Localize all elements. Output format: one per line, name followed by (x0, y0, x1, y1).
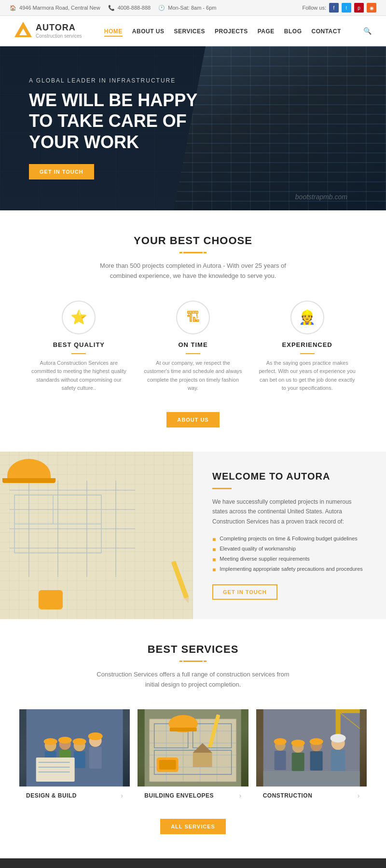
phone-info: 📞 4008-888-888 (108, 5, 151, 11)
check-icon: ■ (212, 536, 216, 543)
about-us-button[interactable]: ABOUT US (166, 412, 219, 427)
phone-icon: 📞 (108, 5, 115, 11)
logo[interactable]: AUTORA Construction services (14, 22, 82, 40)
location-icon: 🏠 (10, 5, 16, 11)
best-choose-title: YOUR BEST CHOOSE (29, 234, 357, 247)
welcome-cta-button[interactable]: GET IN TOUCH (212, 584, 277, 600)
features-grid: ⭐ BEST QUALITY Autora Construction Servi… (29, 301, 357, 393)
services-desc: Construction Services offers a full rang… (96, 670, 290, 690)
svg-point-65 (274, 738, 286, 745)
hard-hat-decoration (7, 459, 51, 483)
welcome-title: WELCOME TO AUTORA (212, 471, 367, 482)
welcome-checklist: ■ Completing projects on time & Followin… (212, 534, 367, 575)
title-divider (183, 252, 203, 253)
svg-rect-22 (74, 751, 85, 768)
checklist-item: ■ Implementing appropriate safety precau… (212, 565, 367, 575)
svg-rect-60 (310, 751, 322, 771)
welcome-image (0, 452, 193, 619)
service-arrow-1: › (121, 792, 123, 799)
svg-rect-66 (274, 751, 286, 770)
experienced-title: EXPERIENCED (257, 341, 357, 348)
quality-title: BEST QUALITY (29, 341, 129, 348)
quality-text: Autora Construction Services are committ… (29, 359, 129, 393)
checklist-item: ■ Elevated quality of workmanship (212, 544, 367, 554)
services-title: BEST SERVICES (19, 643, 367, 656)
ontime-title: ON TIME (143, 341, 243, 348)
svg-rect-45 (170, 728, 197, 731)
navbar: AUTORA Construction services HOME ABOUT … (0, 16, 386, 46)
svg-point-56 (330, 734, 345, 743)
ontime-divider (186, 353, 200, 354)
svg-point-15 (44, 738, 57, 745)
svg-rect-26 (36, 758, 75, 782)
service-img-3 (256, 709, 367, 786)
hero-cta-button[interactable]: GET IN TOUCH (29, 164, 94, 179)
checklist-item: ■ Completing projects on time & Followin… (212, 534, 367, 544)
nav-links: HOME ABOUT US SERVICES PROJECTS PAGE BLO… (104, 27, 341, 35)
hours-info: 🕐 Mon-Sat: 8am - 6pm (158, 5, 216, 11)
feature-experienced: 👷 EXPERIENCED As the saying goes practic… (257, 301, 357, 393)
service-arrow-2: › (239, 792, 241, 799)
service-img-2 (138, 709, 248, 786)
nav-item-contact[interactable]: CONTACT (311, 27, 341, 35)
service-construction[interactable]: CONSTRUCTION › (256, 709, 367, 804)
welcome-content: WELCOME TO AUTORA We have successfully c… (193, 452, 386, 619)
welcome-section: WELCOME TO AUTORA We have successfully c… (0, 452, 386, 619)
feature-ontime: 🏗 ON TIME At our company, we respect the… (143, 301, 243, 393)
service-label-1: DESIGN & BUILD › (19, 786, 130, 804)
welcome-intro: We have successfully completed projects … (212, 497, 367, 526)
top-bar-info: 🏠 4946 Marmora Road, Central New 📞 4008-… (10, 5, 217, 11)
ontime-icon: 🏗 (176, 301, 210, 334)
check-icon: ■ (212, 566, 216, 573)
logo-text: AUTORA Construction services (36, 23, 82, 39)
quality-divider (71, 353, 86, 354)
svg-rect-63 (291, 753, 304, 771)
hero-watermark: bootstrapmb.com (295, 193, 347, 201)
check-icon: ■ (212, 546, 216, 553)
checklist-item: ■ Meeting diverse supplier requirements (212, 554, 367, 565)
facebook-icon[interactable]: f (329, 3, 339, 13)
service-label-2: BUILDING ENVELOPES › (138, 786, 248, 804)
services-grid: DESIGN & BUILD › (19, 709, 367, 804)
service-label-3: CONSTRUCTION › (256, 786, 367, 804)
construction-team-svg (256, 709, 367, 786)
hero-content: A GLOBAL LEADER IN INFRASTRUCTURE WE WIL… (29, 77, 357, 179)
best-choose-desc: More than 500 projects completed in Auto… (96, 261, 290, 281)
social-follow: Follow us: f t p ◉ (302, 3, 376, 13)
svg-point-21 (73, 738, 86, 745)
ontime-text: At our company, we respect the customer'… (143, 359, 243, 393)
social-icons: f t p ◉ (329, 3, 376, 13)
pinterest-icon[interactable]: p (354, 3, 364, 13)
twitter-icon[interactable]: t (342, 3, 351, 13)
address-info: 🏠 4946 Marmora Road, Central New (10, 5, 100, 11)
projects-section: FEATURED PROJECT ▤ (0, 858, 386, 868)
svg-rect-25 (89, 747, 102, 769)
quality-icon: ⭐ (62, 301, 96, 334)
services-divider (183, 661, 203, 662)
nav-item-home[interactable]: HOME (104, 27, 123, 35)
service-img-1 (19, 709, 130, 786)
rss-icon[interactable]: ◉ (367, 3, 376, 13)
nav-item-services[interactable]: SERVICES (174, 27, 205, 35)
svg-rect-53 (335, 709, 359, 713)
nav-item-blog[interactable]: BLOG (284, 27, 302, 35)
all-services-button[interactable]: ALL SERVICES (160, 819, 226, 834)
svg-point-59 (309, 738, 323, 745)
best-choose-section: YOUR BEST CHOOSE More than 500 projects … (0, 210, 386, 452)
svg-rect-67 (263, 771, 359, 786)
welcome-divider (212, 488, 232, 489)
service-design-build[interactable]: DESIGN & BUILD › (19, 709, 130, 804)
nav-item-about[interactable]: ABOUT US (132, 27, 165, 35)
search-icon[interactable]: 🔍 (363, 27, 372, 35)
logo-icon (14, 22, 32, 40)
top-bar: 🏠 4946 Marmora Road, Central New 📞 4008-… (0, 0, 386, 16)
nav-item-page[interactable]: PAGE (258, 27, 275, 35)
blueprint-tools-svg (138, 709, 248, 786)
service-building-envelopes[interactable]: BUILDING ENVELOPES › (138, 709, 248, 804)
nav-item-projects[interactable]: PROJECTS (215, 27, 248, 35)
feature-quality: ⭐ BEST QUALITY Autora Construction Servi… (29, 301, 129, 393)
svg-rect-50 (159, 760, 176, 770)
hero-section: A GLOBAL LEADER IN INFRASTRUCTURE WE WIL… (0, 46, 386, 210)
service-arrow-3: › (358, 792, 360, 799)
svg-point-62 (291, 740, 304, 746)
